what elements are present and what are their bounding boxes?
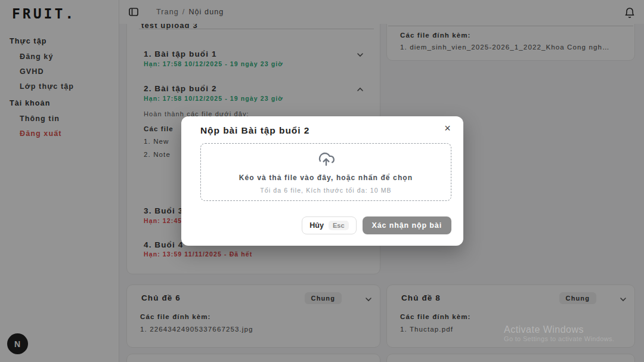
submit-modal: Nộp bài Bài tập buổi 2 × Kéo và thả file… — [181, 116, 463, 246]
app-window: FRUIT. Thực tập Đăng ký GVHD Lớp thực tậ… — [0, 0, 644, 362]
file-dropzone[interactable]: Kéo và thả file vào đây, hoặc nhấn để ch… — [200, 143, 451, 201]
cancel-button[interactable]: Hủy Esc — [302, 216, 356, 234]
dropzone-secondary-text: Tối đa 6 file, Kích thước tối đa: 10 MB — [201, 187, 451, 194]
dropzone-primary-text: Kéo và thả file vào đây, hoặc nhấn để ch… — [201, 174, 451, 182]
close-icon[interactable]: × — [441, 120, 455, 137]
esc-shortcut-badge: Esc — [329, 221, 349, 230]
cloud-upload-icon — [315, 150, 337, 168]
modal-title: Nộp bài Bài tập buổi 2 — [200, 125, 309, 136]
cancel-label: Hủy — [309, 221, 324, 230]
modal-footer: Hủy Esc Xác nhận nộp bài — [302, 216, 451, 234]
confirm-submit-button[interactable]: Xác nhận nộp bài — [363, 216, 452, 234]
